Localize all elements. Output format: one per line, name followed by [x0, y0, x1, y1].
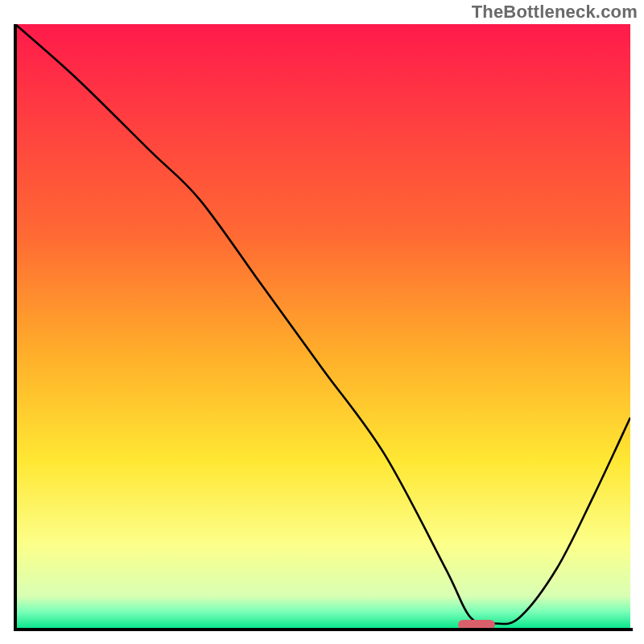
gradient-bg: [15, 24, 630, 630]
chart-frame: TheBottleneck.com: [0, 0, 644, 644]
plot-area: [13, 24, 633, 632]
watermark-text: TheBottleneck.com: [472, 2, 638, 23]
chart-svg: [13, 24, 633, 632]
